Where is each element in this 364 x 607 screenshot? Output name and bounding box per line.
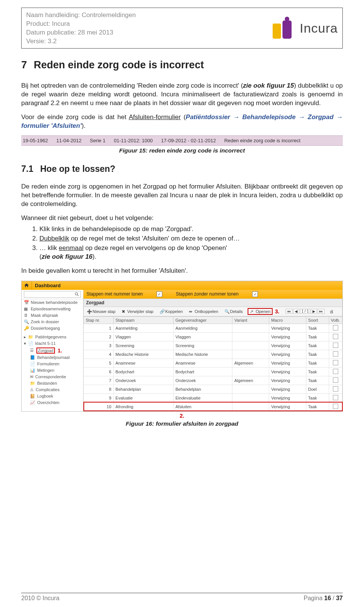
col-volb[interactable]: Volb. [329, 316, 342, 324]
col-gegevensdrager[interactable]: Gegevensdrager [173, 316, 232, 324]
nav-episodesamenvatting[interactable]: ▦Episodesamenvatting [22, 306, 83, 312]
tree-overzichten[interactable]: 📈Overzichten [28, 399, 83, 406]
tree-bestanden[interactable]: 📁Bestanden [28, 380, 83, 387]
col-soort[interactable]: Soort [306, 316, 329, 324]
page-indicator: 1 / 1 [300, 309, 310, 314]
option-label: Stappen met nummer tonen [86, 291, 143, 297]
table-row[interactable]: 6BodychartBodychartVerwijzingTaak [84, 367, 342, 376]
report-icon: 📈 [30, 400, 35, 405]
grid-icon: ▦ [24, 307, 29, 311]
checkbox[interactable] [333, 343, 338, 348]
checkbox-zonder-nummer[interactable]: ✓ [252, 291, 258, 297]
warning-icon: ⚠ [30, 387, 34, 392]
table-row[interactable]: 7OnderzoekOnderzoekAlgemeenVerwijzingTaa… [84, 376, 342, 385]
table-row[interactable]: 9EvaluatieEindevaluatieVerwijzingTaak [84, 393, 342, 402]
tree-formulieren[interactable]: 📄Formulieren [28, 361, 83, 367]
tree-complicaties[interactable]: ⚠Complicaties [28, 387, 83, 393]
nav-nieuwe-behandelepisode[interactable]: 📅Nieuwe behandelepisode [22, 299, 83, 306]
checkbox[interactable] [333, 386, 338, 392]
annotation-2: 2. [21, 412, 343, 419]
table-row[interactable]: 3ScreeningScreeningVerwijzingTaak [84, 341, 342, 350]
mail-icon: ✉ [30, 374, 33, 379]
logo-icon [270, 17, 296, 40]
tree-correspondentie[interactable]: ✉Correspondentie [28, 374, 83, 380]
fig15-cell: 01-11-2012: 1000 [114, 138, 153, 143]
tree-behandeljournaal[interactable]: 📘Behandeljournaal [28, 354, 83, 361]
folder-icon: 📁 [28, 335, 33, 340]
unlink-icon: ⇹ [189, 309, 193, 314]
last-page-icon[interactable]: ⏭ [318, 309, 325, 314]
koppelen-button[interactable]: 🔗Koppelen [158, 309, 184, 314]
svg-rect-1 [282, 20, 292, 39]
svg-rect-0 [273, 24, 281, 39]
next-page-icon[interactable]: ▶ [311, 309, 317, 314]
main-panel: Stappen met nummer tonen ✓ Stappen zonde… [83, 290, 342, 411]
checkbox[interactable] [333, 377, 338, 383]
table-row[interactable]: 10AfrondingAfsluitenVerwijzingTaak [84, 402, 342, 411]
table-row[interactable]: 4Medische HistorieMedische historieVerwi… [84, 350, 342, 359]
details-button[interactable]: 🔍Details [223, 309, 244, 314]
print-button[interactable]: 🖨 [328, 309, 335, 314]
meta-label: Datum publicatie: [26, 29, 76, 36]
checkbox[interactable] [333, 369, 338, 374]
option-label: Stappen zonder nummer tonen [176, 291, 238, 297]
verwijder-stap-button[interactable]: ✖Verwijder stap [121, 309, 155, 314]
table-row[interactable]: 1AanmeldingAanmeldingVerwijzingTaak [84, 324, 342, 332]
ontkoppelen-button[interactable]: ⇹Ontkoppelen [188, 309, 219, 314]
checkbox[interactable] [333, 325, 338, 330]
top-options-row: Stappen met nummer tonen ✓ Stappen zonde… [83, 290, 342, 299]
chevron-down-icon: ▾ [24, 341, 26, 346]
checkbox[interactable] [333, 334, 338, 339]
search-icon [75, 292, 79, 296]
first-page-icon[interactable]: ⏮ [286, 309, 292, 314]
search-input[interactable] [24, 291, 81, 298]
checkbox[interactable] [333, 404, 338, 409]
openen-button[interactable]: ↗Openen [248, 308, 273, 315]
meta-label: Product: [26, 20, 50, 27]
book-icon: 📘 [30, 355, 35, 360]
checkbox[interactable] [333, 395, 338, 400]
table-row[interactable]: 8BehandelplanBehandelplanVerwijzingDoel [84, 385, 342, 393]
figure-16-caption: Figuur 16: formulier afsluiten in zorgpa… [21, 420, 343, 427]
figure-reference: zie ook figuur 15 [243, 82, 294, 89]
checkbox[interactable] [333, 360, 338, 365]
col-macro[interactable]: Macro [269, 316, 306, 324]
home-button[interactable] [22, 281, 32, 290]
fig15-cell: 19-05-1962 [23, 138, 48, 143]
tree-logboek[interactable]: 📔Logboek [28, 393, 83, 399]
col-stapnr[interactable]: Stap nr. [84, 316, 114, 324]
tree-patient[interactable]: ▸ 📁 Patiëntgegevens [22, 334, 83, 340]
nav-zoek-in-dossier[interactable]: 🔍Zoek in dossier [22, 319, 83, 325]
nav-maak-afspraak[interactable]: 🗓Maak afspraak [22, 312, 83, 319]
print-icon: 🖨 [329, 309, 334, 314]
tree-zorgpad[interactable]: ☰ Zorgpad 1. [28, 347, 83, 354]
prev-page-icon[interactable]: ◀ [293, 309, 299, 314]
logo-word: Incura [300, 21, 338, 36]
meta-value: Incura [52, 20, 70, 27]
table-row[interactable]: 5AnamneseAnamneseAlgemeenVerwijzingTaak [84, 359, 342, 367]
figure-15-caption: Figuur 15: reden einde zorg code is inco… [21, 147, 343, 154]
svg-point-2 [285, 17, 289, 21]
tree-klacht[interactable]: ▾ 📄 klacht 5-11 [22, 340, 83, 347]
log-icon: 📔 [30, 394, 35, 399]
col-variant[interactable]: Variant [232, 316, 269, 324]
nieuwe-stap-button[interactable]: ➕Nieuwe stap [86, 309, 117, 314]
checkbox-met-nummer[interactable]: ✓ [157, 291, 162, 297]
nav-dossiertoegang[interactable]: 🔑Dossiertoegang [22, 325, 83, 332]
key-icon: 🔑 [24, 326, 29, 331]
checkbox[interactable] [333, 351, 338, 357]
figure-15-row: 19-05-1962 11-04-2012 Serie 1 01-11-2012… [21, 135, 343, 146]
list-icon: ☰ [30, 348, 34, 353]
table-row[interactable]: 2VlaggenVlaggenVerwijzingTaak [84, 332, 342, 341]
svg-point-3 [75, 293, 77, 295]
subsection-number: 7.1 [21, 164, 33, 174]
fig15-cell: Serie 1 [90, 138, 105, 143]
page-footer: 2010 © Incura Pagina 16 / 37 [21, 593, 343, 602]
note-icon: 📄 [28, 341, 33, 346]
footer-right: Pagina 16 / 37 [304, 595, 343, 602]
pager[interactable]: ⏮ ◀ 1 / 1 ▶ ⏭ [286, 309, 325, 314]
page-number: 16 [324, 595, 331, 601]
col-stapnaam[interactable]: Stapnaam [113, 316, 173, 324]
tree-metingen[interactable]: 📊Metingen [28, 367, 83, 374]
open-icon: ↗ [250, 309, 254, 314]
